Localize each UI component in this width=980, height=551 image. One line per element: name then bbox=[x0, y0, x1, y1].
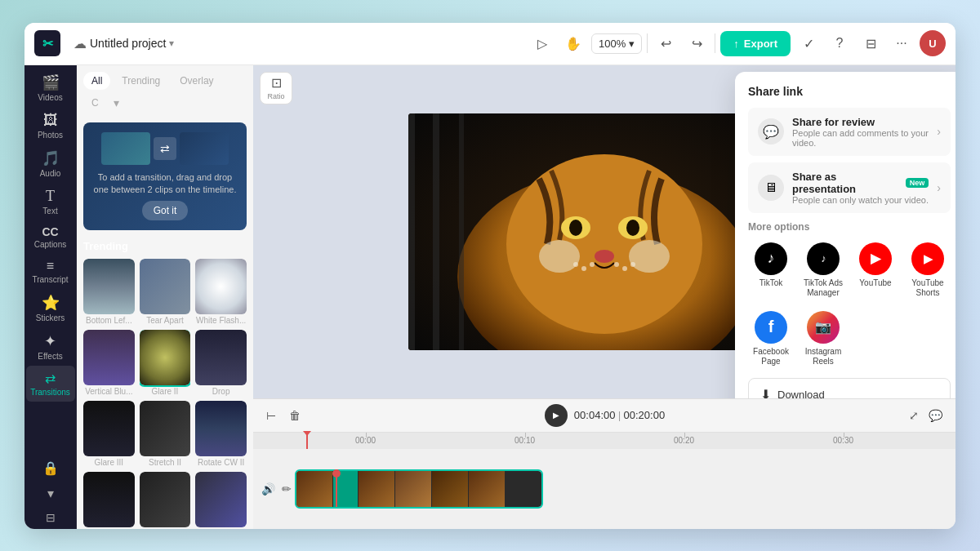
share-as-presentation-option[interactable]: 🖥 Share as presentation New People can o… bbox=[748, 162, 951, 213]
tab-all[interactable]: All bbox=[83, 72, 110, 90]
social-tiktok[interactable]: ♪ TikTok bbox=[748, 239, 794, 301]
list-item[interactable]: Stretch bbox=[140, 472, 191, 528]
transition-thumb bbox=[83, 330, 135, 385]
got-it-button[interactable]: Got it bbox=[142, 201, 189, 220]
tabs-more-btn[interactable]: ▾ bbox=[110, 93, 122, 113]
tiktok-ads-icon: ♪ bbox=[807, 242, 840, 275]
list-item[interactable]: Rotate CW II bbox=[195, 401, 247, 467]
project-name: Untitled project bbox=[90, 37, 166, 50]
transition-label: Rotate CW II bbox=[195, 458, 247, 467]
list-item[interactable]: Bottom Lef... bbox=[83, 259, 135, 325]
list-item[interactable]: Stretch II bbox=[140, 401, 191, 467]
help-btn[interactable]: ? bbox=[826, 30, 853, 56]
transition-label: Stretch II bbox=[140, 458, 191, 467]
list-item[interactable]: Drop bbox=[195, 330, 247, 396]
split-tool-btn[interactable]: ⊢ bbox=[263, 406, 279, 425]
photos-icon: 🖼 bbox=[43, 112, 58, 129]
social-facebook[interactable]: f Facebook Page bbox=[748, 308, 794, 370]
zoom-control[interactable]: 100% ▾ bbox=[591, 33, 642, 54]
header: ✂ ☁ Untitled project ▾ ▷ ✋ 100% ▾ ↩ ↪ ↑ … bbox=[24, 23, 956, 65]
list-item[interactable]: Pull in bbox=[195, 472, 247, 528]
download-button[interactable]: ⬇ Download bbox=[748, 378, 951, 398]
playhead-arrow-icon bbox=[303, 431, 311, 436]
delete-tool-btn[interactable]: 🗑 bbox=[286, 406, 304, 425]
list-item[interactable]: White Flash... bbox=[195, 259, 247, 325]
main-body: 🎬 Videos 🖼 Photos 🎵 Audio T Text CC bbox=[24, 65, 956, 529]
share-for-review-option[interactable]: 💬 Share for review People can add commen… bbox=[748, 108, 951, 156]
list-item[interactable]: Black Fade bbox=[83, 472, 135, 528]
expand-timeline-btn[interactable]: ⤢ bbox=[906, 406, 922, 425]
list-item[interactable]: Tear Apart bbox=[140, 259, 191, 325]
new-badge: New bbox=[906, 178, 929, 188]
list-item[interactable]: Glare III bbox=[83, 401, 135, 467]
transition-thumb bbox=[195, 259, 247, 314]
sidebar-item-expand[interactable]: ▾ bbox=[26, 481, 75, 506]
shield-icon-btn[interactable]: ✓ bbox=[795, 30, 822, 56]
chat-btn[interactable]: 💬 bbox=[925, 406, 946, 425]
track-clips[interactable] bbox=[296, 471, 949, 507]
clip-frame bbox=[395, 471, 431, 507]
sidebar-item-captions[interactable]: CC Captions bbox=[26, 220, 75, 254]
header-divider bbox=[647, 33, 648, 53]
tab-c[interactable]: C bbox=[83, 94, 107, 112]
ratio-tool[interactable]: ⊡ Ratio bbox=[260, 72, 292, 104]
sidebar-item-transcript[interactable]: ≡ Transcript bbox=[26, 254, 75, 289]
social-instagram[interactable]: 📷 Instagram Reels bbox=[800, 308, 846, 370]
tab-trending[interactable]: Trending bbox=[114, 72, 168, 90]
undo-btn[interactable]: ↩ bbox=[653, 30, 679, 56]
sidebar-item-photos[interactable]: 🖼 Photos bbox=[26, 107, 75, 144]
sidebar-item-transitions[interactable]: ⇄ Transitions bbox=[26, 366, 75, 402]
svg-point-12 bbox=[622, 266, 627, 271]
download-icon: ⬇ bbox=[760, 387, 771, 398]
hand-tool-btn[interactable]: ✋ bbox=[560, 30, 586, 56]
transition-thumb bbox=[140, 401, 191, 456]
export-button[interactable]: ↑ Export bbox=[720, 31, 791, 56]
tab-overlay[interactable]: Overlay bbox=[172, 72, 221, 90]
more-btn[interactable]: ··· bbox=[889, 30, 915, 56]
transitions-grid: Bottom Lef... Tear Apart White Flash... bbox=[83, 259, 247, 528]
sidebar-item-lock[interactable]: 🔒 bbox=[26, 455, 75, 481]
edit-btn[interactable]: ✏ bbox=[280, 481, 293, 497]
cursor-tool-btn[interactable]: ▷ bbox=[529, 30, 555, 56]
transition-thumb bbox=[140, 259, 191, 314]
social-youtube[interactable]: ▶ YouTube bbox=[853, 239, 898, 301]
canvas-toolbar: ⊡ Ratio bbox=[260, 72, 292, 104]
svg-point-2 bbox=[506, 154, 702, 334]
redo-btn[interactable]: ↪ bbox=[684, 30, 710, 56]
clip-frame bbox=[359, 471, 394, 507]
sidebar-item-captions-bottom[interactable]: ⊟ bbox=[26, 506, 75, 529]
volume-btn[interactable]: 🔊 bbox=[260, 481, 277, 497]
timeline-right-btns: ⤢ 💬 bbox=[906, 406, 946, 425]
settings-btn[interactable]: ⊟ bbox=[858, 30, 884, 56]
sidebar-item-effects[interactable]: ✦ Effects bbox=[26, 327, 75, 366]
list-item[interactable]: Vertical Blu... bbox=[83, 330, 135, 396]
sidebar-item-text[interactable]: T Text bbox=[26, 183, 75, 220]
social-tiktok-ads[interactable]: ♪ TikTok Ads Manager bbox=[800, 239, 846, 301]
social-youtube-shorts[interactable]: ▶ YouTube Shorts bbox=[905, 239, 951, 301]
sidebar-item-audio[interactable]: 🎵 Audio bbox=[26, 144, 75, 183]
dropdown-arrow-icon: ▾ bbox=[169, 38, 174, 49]
transition-label: Drop bbox=[195, 387, 247, 396]
canvas-area: ⊡ Ratio bbox=[253, 65, 956, 398]
user-avatar[interactable]: U bbox=[920, 30, 946, 56]
play-button[interactable]: ▶ bbox=[545, 404, 568, 427]
track-side-buttons: 🔊 ✏ bbox=[260, 481, 293, 497]
instagram-icon: 📷 bbox=[807, 311, 840, 344]
sidebar-item-stickers[interactable]: ⭐ Stickers bbox=[26, 289, 75, 327]
tiktok-icon: ♪ bbox=[755, 242, 787, 275]
clip-right bbox=[180, 132, 229, 165]
youtube-shorts-icon: ▶ bbox=[911, 242, 944, 275]
transition-tip-text: To add a transition, drag and drop one b… bbox=[93, 171, 237, 197]
zoom-level: 100% bbox=[599, 38, 626, 50]
sidebar-item-videos[interactable]: 🎬 Videos bbox=[26, 69, 75, 107]
transition-thumb bbox=[140, 472, 191, 527]
icon-sidebar: 🎬 Videos 🖼 Photos 🎵 Audio T Text CC bbox=[24, 65, 77, 529]
videos-icon: 🎬 bbox=[42, 73, 60, 91]
ruler-mark: 00:20 bbox=[604, 436, 764, 445]
clip-left bbox=[101, 132, 150, 165]
svg-point-6 bbox=[626, 220, 639, 236]
transition-thumb bbox=[83, 259, 135, 314]
transition-label: Tear Apart bbox=[140, 316, 191, 325]
list-item[interactable]: Glare II bbox=[140, 330, 191, 396]
project-info[interactable]: ☁ Untitled project ▾ bbox=[74, 36, 174, 51]
